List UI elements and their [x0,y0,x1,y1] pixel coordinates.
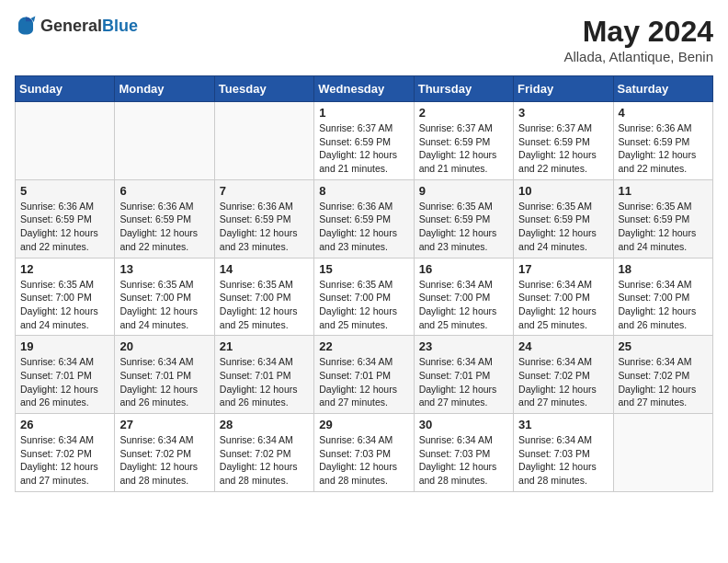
calendar-cell: 7Sunrise: 6:36 AM Sunset: 6:59 PM Daylig… [214,179,313,258]
day-of-week-header: Friday [514,76,613,102]
calendar-cell: 6Sunrise: 6:36 AM Sunset: 6:59 PM Daylig… [115,179,214,258]
day-info: Sunrise: 6:34 AM Sunset: 7:03 PM Dayligh… [419,433,508,488]
day-number: 12 [20,262,109,276]
day-number: 7 [220,184,309,198]
day-info: Sunrise: 6:34 AM Sunset: 7:03 PM Dayligh… [319,433,408,488]
day-info: Sunrise: 6:35 AM Sunset: 7:00 PM Dayligh… [20,278,109,332]
calendar-cell [214,102,313,180]
day-number: 1 [319,106,408,120]
day-number: 13 [119,262,209,276]
day-number: 6 [119,184,209,198]
calendar-cell: 25Sunrise: 6:34 AM Sunset: 7:02 PM Dayli… [613,336,712,414]
calendar-cell: 28Sunrise: 6:34 AM Sunset: 7:02 PM Dayli… [214,414,313,492]
calendar-week-row: 12Sunrise: 6:35 AM Sunset: 7:00 PM Dayli… [16,258,713,336]
day-number: 16 [419,262,508,276]
day-of-week-header: Monday [115,76,214,102]
day-info: Sunrise: 6:36 AM Sunset: 6:59 PM Dayligh… [220,200,309,254]
day-info: Sunrise: 6:34 AM Sunset: 7:03 PM Dayligh… [518,433,608,488]
day-number: 29 [319,418,408,431]
day-number: 31 [518,418,608,431]
day-info: Sunrise: 6:36 AM Sunset: 6:59 PM Dayligh… [20,200,109,254]
day-info: Sunrise: 6:34 AM Sunset: 7:00 PM Dayligh… [518,278,608,332]
day-of-week-header: Tuesday [214,76,313,102]
calendar-cell: 27Sunrise: 6:34 AM Sunset: 7:02 PM Dayli… [115,414,214,492]
day-info: Sunrise: 6:35 AM Sunset: 7:00 PM Dayligh… [220,278,309,332]
day-info: Sunrise: 6:34 AM Sunset: 7:01 PM Dayligh… [20,355,109,409]
day-info: Sunrise: 6:35 AM Sunset: 6:59 PM Dayligh… [619,200,708,254]
day-info: Sunrise: 6:34 AM Sunset: 7:00 PM Dayligh… [619,278,708,332]
day-info: Sunrise: 6:34 AM Sunset: 7:01 PM Dayligh… [220,355,309,409]
calendar-cell: 13Sunrise: 6:35 AM Sunset: 7:00 PM Dayli… [115,258,214,336]
day-number: 17 [518,262,608,276]
calendar-cell: 12Sunrise: 6:35 AM Sunset: 7:00 PM Dayli… [16,258,115,336]
calendar-cell: 26Sunrise: 6:34 AM Sunset: 7:02 PM Dayli… [16,414,115,492]
day-number: 4 [619,106,708,120]
calendar-cell: 19Sunrise: 6:34 AM Sunset: 7:01 PM Dayli… [16,336,115,414]
calendar-cell: 21Sunrise: 6:34 AM Sunset: 7:01 PM Dayli… [214,336,313,414]
day-number: 25 [619,339,708,353]
calendar-cell: 3Sunrise: 6:37 AM Sunset: 6:59 PM Daylig… [514,102,613,180]
day-number: 26 [20,418,109,431]
calendar-table: SundayMondayTuesdayWednesdayThursdayFrid… [15,75,713,492]
day-info: Sunrise: 6:36 AM Sunset: 6:59 PM Dayligh… [119,200,209,254]
calendar-header-row: SundayMondayTuesdayWednesdayThursdayFrid… [16,76,713,102]
day-of-week-header: Sunday [16,76,115,102]
day-number: 10 [518,184,608,198]
day-info: Sunrise: 6:34 AM Sunset: 7:02 PM Dayligh… [119,433,209,488]
day-info: Sunrise: 6:37 AM Sunset: 6:59 PM Dayligh… [419,121,508,176]
day-number: 8 [319,184,408,198]
calendar-cell: 17Sunrise: 6:34 AM Sunset: 7:00 PM Dayli… [514,258,613,336]
day-of-week-header: Wednesday [314,76,414,102]
calendar-title: May 2024 [563,15,713,49]
calendar-cell: 24Sunrise: 6:34 AM Sunset: 7:02 PM Dayli… [514,336,613,414]
day-number: 3 [518,106,608,120]
calendar-cell: 2Sunrise: 6:37 AM Sunset: 6:59 PM Daylig… [414,102,513,180]
day-of-week-header: Saturday [613,76,712,102]
day-number: 23 [419,339,508,353]
day-info: Sunrise: 6:36 AM Sunset: 6:59 PM Dayligh… [619,121,708,176]
logo-icon [15,15,37,37]
calendar-cell: 18Sunrise: 6:34 AM Sunset: 7:00 PM Dayli… [613,258,712,336]
logo-general: General [40,17,102,35]
day-info: Sunrise: 6:34 AM Sunset: 7:02 PM Dayligh… [518,355,608,409]
day-info: Sunrise: 6:34 AM Sunset: 7:02 PM Dayligh… [220,433,309,488]
calendar-week-row: 5Sunrise: 6:36 AM Sunset: 6:59 PM Daylig… [16,179,713,258]
calendar-cell: 11Sunrise: 6:35 AM Sunset: 6:59 PM Dayli… [613,179,712,258]
calendar-cell [613,414,712,492]
calendar-cell: 30Sunrise: 6:34 AM Sunset: 7:03 PM Dayli… [414,414,513,492]
calendar-location: Allada, Atlantique, Benin [563,49,713,64]
calendar-cell [16,102,115,180]
calendar-cell: 8Sunrise: 6:36 AM Sunset: 6:59 PM Daylig… [314,179,414,258]
calendar-cell: 9Sunrise: 6:35 AM Sunset: 6:59 PM Daylig… [414,179,513,258]
calendar-cell: 16Sunrise: 6:34 AM Sunset: 7:00 PM Dayli… [414,258,513,336]
calendar-cell: 29Sunrise: 6:34 AM Sunset: 7:03 PM Dayli… [314,414,414,492]
day-info: Sunrise: 6:35 AM Sunset: 6:59 PM Dayligh… [518,200,608,254]
title-block: May 2024 Allada, Atlantique, Benin [563,15,713,64]
calendar-cell: 23Sunrise: 6:34 AM Sunset: 7:01 PM Dayli… [414,336,513,414]
calendar-cell: 15Sunrise: 6:35 AM Sunset: 7:00 PM Dayli… [314,258,414,336]
day-info: Sunrise: 6:35 AM Sunset: 7:00 PM Dayligh… [119,278,209,332]
day-number: 24 [518,339,608,353]
calendar-cell: 20Sunrise: 6:34 AM Sunset: 7:01 PM Dayli… [115,336,214,414]
day-info: Sunrise: 6:34 AM Sunset: 7:01 PM Dayligh… [419,355,508,409]
calendar-week-row: 19Sunrise: 6:34 AM Sunset: 7:01 PM Dayli… [16,336,713,414]
day-number: 18 [619,262,708,276]
day-number: 5 [20,184,109,198]
day-info: Sunrise: 6:36 AM Sunset: 6:59 PM Dayligh… [319,200,408,254]
day-number: 30 [419,418,508,431]
calendar-cell: 1Sunrise: 6:37 AM Sunset: 6:59 PM Daylig… [314,102,414,180]
calendar-cell: 31Sunrise: 6:34 AM Sunset: 7:03 PM Dayli… [514,414,613,492]
day-number: 15 [319,262,408,276]
logo-text: GeneralBlue [40,17,138,36]
day-number: 9 [419,184,508,198]
day-info: Sunrise: 6:37 AM Sunset: 6:59 PM Dayligh… [518,121,608,176]
calendar-week-row: 1Sunrise: 6:37 AM Sunset: 6:59 PM Daylig… [16,102,713,180]
day-info: Sunrise: 6:34 AM Sunset: 7:02 PM Dayligh… [20,433,109,488]
day-of-week-header: Thursday [414,76,513,102]
day-number: 22 [319,339,408,353]
calendar-cell: 10Sunrise: 6:35 AM Sunset: 6:59 PM Dayli… [514,179,613,258]
day-info: Sunrise: 6:37 AM Sunset: 6:59 PM Dayligh… [319,121,408,176]
day-number: 27 [119,418,209,431]
day-number: 11 [619,184,708,198]
logo-blue: Blue [102,17,138,35]
